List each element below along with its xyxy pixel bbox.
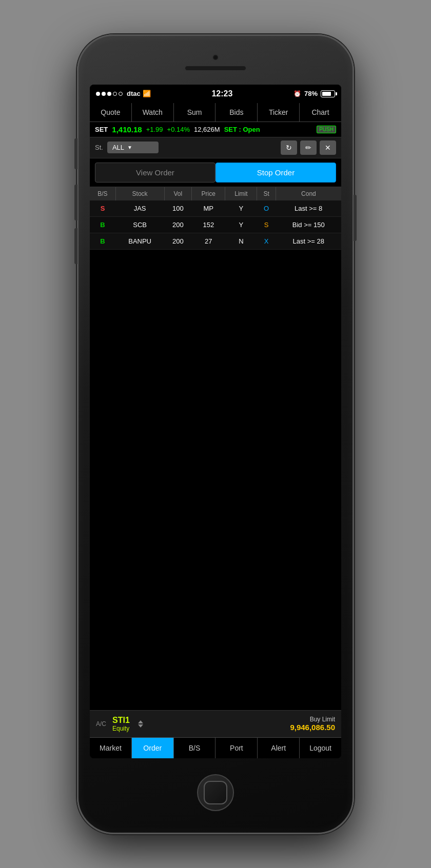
row-price: MP xyxy=(192,200,225,217)
ac-info: STI1 Equity xyxy=(112,716,130,732)
set-change-pct: +0.14% xyxy=(167,126,190,133)
row-limit: Y xyxy=(225,200,257,217)
col-vol: Vol xyxy=(164,187,191,200)
refresh-button[interactable]: ↻ xyxy=(281,140,297,155)
row-cond: Bid >= 150 xyxy=(276,216,341,233)
tab-watch[interactable]: Watch xyxy=(132,103,174,122)
account-bar: A/C STI1 Equity Buy Limit 9,946,086.50 xyxy=(90,710,341,737)
col-cond: Cond xyxy=(276,187,341,200)
row-stock: BANPU xyxy=(115,233,164,249)
col-price: Price xyxy=(192,187,225,200)
bottom-nav-logout[interactable]: Logout xyxy=(300,738,341,758)
alarm-icon: ⏰ xyxy=(293,90,301,97)
view-order-button[interactable]: View Order xyxy=(95,163,215,183)
status-right: ⏰ 78% xyxy=(293,90,335,97)
bottom-nav: Market Order B/S Port Alert Logout xyxy=(90,737,341,758)
home-button-inner xyxy=(204,781,227,804)
row-stock: SCB xyxy=(115,216,164,233)
row-limit: Y xyxy=(225,216,257,233)
table-row[interactable]: B SCB 200 152 Y S Bid >= 150 xyxy=(90,216,341,233)
set-index-value: 1,410.18 xyxy=(112,125,142,134)
close-button[interactable]: ✕ xyxy=(320,140,336,155)
bs-buy-icon: B xyxy=(100,237,105,245)
dropdown-value: ALL xyxy=(112,144,124,151)
ac-type: Equity xyxy=(112,725,130,732)
bs-sell-icon: S xyxy=(101,205,105,212)
stop-order-button[interactable]: Stop Order xyxy=(215,163,336,183)
battery-fill xyxy=(322,92,331,96)
col-stock: Stock xyxy=(115,187,164,200)
filter-actions: ↻ ✏ ✕ xyxy=(281,140,336,155)
row-st: X xyxy=(257,233,276,249)
set-change: +1.99 xyxy=(146,126,163,133)
tab-sum[interactable]: Sum xyxy=(174,103,216,122)
arrow-up-icon xyxy=(138,720,143,723)
battery-percentage: 78% xyxy=(304,90,318,97)
bottom-nav-port[interactable]: Port xyxy=(215,738,258,758)
status-dropdown[interactable]: ALL ▼ xyxy=(107,142,159,153)
status-left: dtac 📶 xyxy=(96,90,151,97)
bottom-nav-bs[interactable]: B/S xyxy=(174,738,216,758)
col-limit: Limit xyxy=(225,187,257,200)
col-bs: B/S xyxy=(90,187,115,200)
table-row[interactable]: B BANPU 200 27 N X Last >= 28 xyxy=(90,233,341,249)
phone-screen: dtac 📶 12:23 ⏰ 78% Quote Watch Sum Bids xyxy=(90,85,341,758)
speaker xyxy=(185,66,246,71)
row-bs: B xyxy=(90,233,115,249)
nav-tabs: Quote Watch Sum Bids Ticker Chart xyxy=(90,103,341,122)
set-volume: 12,626M xyxy=(194,126,220,133)
camera xyxy=(212,54,219,61)
order-toggle: View Order Stop Order xyxy=(90,158,341,187)
row-cond: Last >= 8 xyxy=(276,200,341,217)
signal-dot-4 xyxy=(113,92,117,96)
row-vol: 200 xyxy=(164,233,191,249)
status-time: 12:23 xyxy=(211,89,232,98)
edit-button[interactable]: ✏ xyxy=(300,140,317,155)
bs-buy-icon: B xyxy=(100,221,105,229)
battery-indicator xyxy=(321,90,335,97)
status-bar: dtac 📶 12:23 ⏰ 78% xyxy=(90,85,341,103)
home-button[interactable] xyxy=(197,774,234,811)
col-st: St xyxy=(257,187,276,200)
tab-bids[interactable]: Bids xyxy=(215,103,258,122)
bottom-nav-order[interactable]: Order xyxy=(132,738,174,758)
row-cond: Last >= 28 xyxy=(276,233,341,249)
row-stock: JAS xyxy=(115,200,164,217)
filter-bar: St. ALL ▼ ↻ ✏ ✕ xyxy=(90,137,341,158)
ac-name: STI1 xyxy=(112,716,130,725)
tab-chart[interactable]: Chart xyxy=(300,103,341,122)
arrow-down-icon xyxy=(138,724,143,728)
volume-up-button[interactable] xyxy=(74,185,77,220)
table-row[interactable]: S JAS 100 MP Y O Last >= 8 xyxy=(90,200,341,217)
tab-quote[interactable]: Quote xyxy=(90,103,132,122)
wifi-icon: 📶 xyxy=(143,90,151,97)
row-vol: 200 xyxy=(164,216,191,233)
row-bs: S xyxy=(90,200,115,217)
row-bs: B xyxy=(90,216,115,233)
carrier-label: dtac xyxy=(127,90,141,97)
buy-limit-section: Buy Limit 9,946,086.50 xyxy=(290,716,335,732)
row-st: O xyxy=(257,200,276,217)
signal-dot-5 xyxy=(119,92,123,96)
row-price: 27 xyxy=(192,233,225,249)
bottom-nav-market[interactable]: Market xyxy=(90,738,132,758)
signal-dot-1 xyxy=(96,92,100,96)
row-st: S xyxy=(257,216,276,233)
table-header: B/S Stock Vol Price Limit St Cond xyxy=(90,187,341,200)
market-status: SET : Open xyxy=(224,126,260,133)
bottom-nav-alert[interactable]: Alert xyxy=(258,738,300,758)
row-price: 152 xyxy=(192,216,225,233)
market-bar: SET 1,410.18 +1.99 +0.14% 12,626M SET : … xyxy=(90,122,341,137)
signal-indicator xyxy=(96,92,123,96)
account-selector-arrow[interactable] xyxy=(138,720,143,728)
volume-down-button[interactable] xyxy=(74,228,77,264)
set-label: SET xyxy=(95,126,108,133)
table-body: S JAS 100 MP Y O Last >= 8 B SCB 20 xyxy=(90,200,341,250)
power-button[interactable] xyxy=(354,195,357,241)
buy-limit-value: 9,946,086.50 xyxy=(290,723,335,732)
ac-label: A/C xyxy=(96,720,106,728)
tab-ticker[interactable]: Ticker xyxy=(258,103,300,122)
content-spacer xyxy=(90,449,341,710)
orders-table-section: B/S Stock Vol Price Limit St Cond S xyxy=(90,187,341,449)
row-limit: N xyxy=(225,233,257,249)
